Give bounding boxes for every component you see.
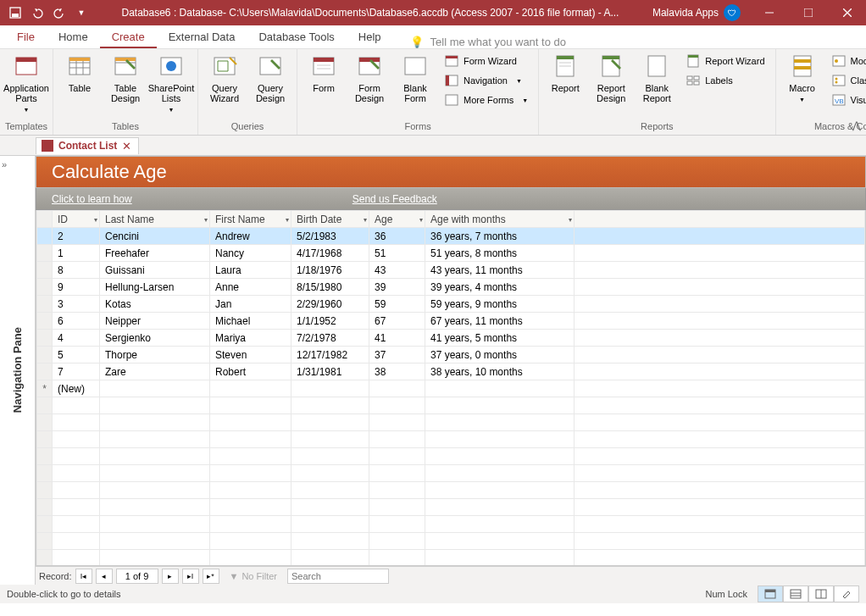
cell-first-name[interactable]: Michael xyxy=(210,313,291,330)
chevron-down-icon[interactable]: ▾ xyxy=(419,215,423,223)
cell-first-name[interactable]: Mariya xyxy=(210,330,291,347)
close-button[interactable] xyxy=(829,0,866,25)
record-position-input[interactable] xyxy=(116,569,158,584)
undo-icon[interactable] xyxy=(27,3,47,23)
cell-last-name[interactable]: Hellung-Larsen xyxy=(100,279,210,296)
navigation-pane[interactable]: Navigation Pane xyxy=(0,156,36,585)
cell-first-name[interactable]: Steven xyxy=(210,347,291,363)
cell-age[interactable]: 67 xyxy=(369,313,425,330)
column-header-age[interactable]: Age▾ xyxy=(369,211,425,228)
cell-age-months[interactable]: 38 years, 10 months xyxy=(425,363,575,380)
visual-basic-button[interactable]: VBVisual Basic xyxy=(829,92,866,108)
cell-age[interactable]: 51 xyxy=(369,245,425,262)
cell-first-name[interactable]: Robert xyxy=(210,363,291,380)
cell-id[interactable]: 8 xyxy=(53,262,100,279)
table-row[interactable]: 1 Freehafer Nancy 4/17/1968 51 51 years,… xyxy=(37,245,865,262)
cell-birth-date[interactable]: 4/17/1968 xyxy=(291,245,369,262)
table-row[interactable]: 5 Thorpe Steven 12/17/1982 37 37 years, … xyxy=(37,347,865,363)
table-row[interactable]: 8 Guissani Laura 1/18/1976 43 43 years, … xyxy=(37,262,865,279)
cell-id[interactable]: 6 xyxy=(53,313,100,330)
column-header-first-name[interactable]: First Name▾ xyxy=(210,211,291,228)
minimize-button[interactable] xyxy=(751,0,788,25)
table-row[interactable]: 3 Kotas Jan 2/29/1960 59 59 years, 9 mon… xyxy=(37,296,865,313)
application-parts-button[interactable]: Application Parts ▼ xyxy=(3,51,49,117)
tell-me-search[interactable]: 💡 Tell me what you want to do xyxy=(410,36,566,48)
cell-birth-date[interactable]: 1/31/1981 xyxy=(291,363,369,380)
cell-age[interactable]: 39 xyxy=(369,279,425,296)
query-wizard-button[interactable]: Query Wizard xyxy=(202,51,247,105)
row-selector[interactable] xyxy=(37,330,53,347)
cell-birth-date[interactable]: 1/18/1976 xyxy=(291,262,369,279)
cell-age-months[interactable]: 67 years, 11 months xyxy=(425,313,575,330)
more-forms-button[interactable]: More Forms▼ xyxy=(441,92,531,108)
module-button[interactable]: Module xyxy=(829,53,866,69)
cell-first-name[interactable]: Laura xyxy=(210,262,291,279)
report-button[interactable]: Report xyxy=(542,51,588,95)
first-record-button[interactable]: I◂ xyxy=(75,569,92,584)
table-design-button[interactable]: Table Design xyxy=(103,51,148,105)
row-selector[interactable] xyxy=(37,313,53,330)
chevron-down-icon[interactable]: ▾ xyxy=(286,215,289,223)
cell-new[interactable]: (New) xyxy=(53,380,100,397)
row-selector[interactable] xyxy=(37,363,53,380)
tab-database-tools[interactable]: Database Tools xyxy=(247,25,346,48)
view-design-button[interactable] xyxy=(834,585,859,602)
cell-birth-date[interactable]: 8/15/1980 xyxy=(291,279,369,296)
cell-id[interactable]: 1 xyxy=(53,245,100,262)
table-row[interactable]: 7 Zare Robert 1/31/1981 38 38 years, 10 … xyxy=(37,363,865,380)
navigation-button[interactable]: Navigation▼ xyxy=(441,72,531,89)
tab-create[interactable]: Create xyxy=(100,25,157,48)
cell-id[interactable]: 7 xyxy=(53,363,100,380)
collapse-ribbon-icon[interactable]: ⋀ xyxy=(852,119,861,131)
cell-birth-date[interactable]: 7/2/1978 xyxy=(291,330,369,347)
labels-button[interactable]: Labels xyxy=(683,72,768,89)
cell-id[interactable]: 2 xyxy=(53,228,100,245)
macro-button[interactable]: Macro ▼ xyxy=(780,51,825,107)
column-header-last-name[interactable]: Last Name▾ xyxy=(100,211,210,228)
new-row-selector[interactable]: * xyxy=(37,380,53,397)
cell-age[interactable]: 43 xyxy=(369,262,425,279)
table-button[interactable]: Table xyxy=(57,51,103,95)
datasheet-grid[interactable]: ID▾ Last Name▾ First Name▾ Birth Date▾ A… xyxy=(36,210,866,566)
cell-last-name[interactable]: Freehafer xyxy=(100,245,210,262)
chevron-down-icon[interactable]: ▾ xyxy=(94,215,97,223)
redo-icon[interactable] xyxy=(49,3,69,23)
cell-birth-date[interactable]: 1/1/1952 xyxy=(291,313,369,330)
cell-first-name[interactable]: Jan xyxy=(210,296,291,313)
cell-id[interactable]: 3 xyxy=(53,296,100,313)
chevron-down-icon[interactable]: ▾ xyxy=(204,215,208,223)
table-row[interactable]: 4 Sergienko Mariya 7/2/1978 41 41 years,… xyxy=(37,330,865,347)
sharepoint-lists-button[interactable]: SharePoint Lists ▼ xyxy=(148,51,194,117)
cell-first-name[interactable]: Nancy xyxy=(210,245,291,262)
view-layout-button[interactable] xyxy=(808,585,834,602)
feedback-link[interactable]: Send us Feedback xyxy=(353,193,437,205)
column-header-birth-date[interactable]: Birth Date▾ xyxy=(291,211,369,228)
cell-last-name[interactable]: Neipper xyxy=(100,313,210,330)
cell-last-name[interactable]: Thorpe xyxy=(100,347,210,363)
shutter-open-icon[interactable]: » xyxy=(2,159,7,169)
row-selector[interactable] xyxy=(37,347,53,363)
chevron-down-icon[interactable]: ▾ xyxy=(569,215,572,223)
form-wizard-button[interactable]: Form Wizard xyxy=(441,53,531,69)
cell-id[interactable]: 9 xyxy=(53,279,100,296)
query-design-button[interactable]: Query Design xyxy=(247,51,293,105)
cell-age-months[interactable]: 39 years, 4 months xyxy=(425,279,575,296)
report-wizard-button[interactable]: Report Wizard xyxy=(683,53,768,69)
new-row[interactable]: * (New) xyxy=(37,380,865,397)
cell-age[interactable]: 38 xyxy=(369,363,425,380)
row-selector[interactable] xyxy=(37,262,53,279)
report-design-button[interactable]: Report Design xyxy=(588,51,634,105)
search-input[interactable] xyxy=(287,569,389,584)
cell-age[interactable]: 41 xyxy=(369,330,425,347)
row-selector[interactable] xyxy=(37,245,53,262)
maximize-button[interactable] xyxy=(790,0,827,25)
row-selector[interactable] xyxy=(37,279,53,296)
last-record-button[interactable]: ▸I xyxy=(182,569,199,584)
save-icon[interactable] xyxy=(5,3,25,23)
cell-first-name[interactable]: Andrew xyxy=(210,228,291,245)
cell-birth-date[interactable]: 12/17/1982 xyxy=(291,347,369,363)
row-selector[interactable] xyxy=(37,228,53,245)
cell-last-name[interactable]: Kotas xyxy=(100,296,210,313)
blank-report-button[interactable]: Blank Report xyxy=(634,51,680,105)
cell-age-months[interactable]: 41 years, 5 months xyxy=(425,330,575,347)
